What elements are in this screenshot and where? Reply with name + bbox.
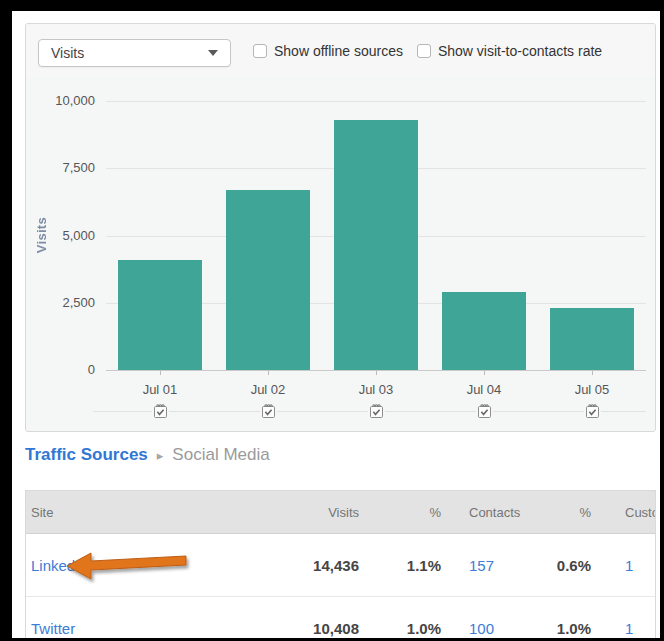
x-tick <box>160 371 161 375</box>
toolbar-checkboxes: Show offline sourcesShow visit-to-contac… <box>253 24 602 77</box>
gridline-10000 <box>106 101 646 102</box>
table-cell: 100 <box>469 597 494 638</box>
x-label-jul-02: Jul 02 <box>223 382 313 397</box>
breadcrumb-separator-icon: ▸ <box>157 448 164 463</box>
table-row-linkedin: LinkedIn14,4361.1%1570.6%1 <box>26 534 655 597</box>
visits-value: 14,436 <box>313 557 359 574</box>
table-header-row: SiteVisits%Contacts%Customers <box>26 491 655 534</box>
site-link-twitter[interactable]: Twitter <box>31 620 75 637</box>
screenshot-frame: Visits Show offline sourcesShow visit-to… <box>0 0 664 641</box>
x-label-jul-04: Jul 04 <box>439 382 529 397</box>
table-cell: 157 <box>469 534 494 596</box>
column-header-visits: Visits <box>328 491 359 533</box>
table-cell: 1 <box>619 534 633 596</box>
column-header-site: Site <box>31 491 53 533</box>
metric-dropdown-value: Visits <box>51 45 208 61</box>
checkbox-show-visit-to-contacts-rate[interactable]: Show visit-to-contacts rate <box>417 43 602 59</box>
x-label-jul-03: Jul 03 <box>331 382 421 397</box>
checkbox-box[interactable] <box>253 44 267 58</box>
table-cell: 14,436 <box>313 534 359 596</box>
column-header-contacts: Contacts <box>469 491 520 533</box>
x-tick <box>268 371 269 375</box>
bar-jul-01[interactable] <box>118 260 202 370</box>
contacts-pct-value: 0.6% <box>557 557 591 574</box>
x-tick <box>484 371 485 375</box>
visits-bar-chart: Visits 02,5005,0007,50010,000Jul 01 Jul … <box>26 77 656 432</box>
table-cell: 1.0% <box>557 597 591 638</box>
column-header-customers: Customers <box>619 491 656 533</box>
visits-pct-value: 1.0% <box>407 620 441 637</box>
table-cell: Twitter <box>31 597 75 638</box>
checkbox-label: Show offline sources <box>274 43 403 59</box>
breadcrumb-traffic-sources-link[interactable]: Traffic Sources <box>25 445 148 465</box>
table-cell: LinkedIn <box>31 534 88 596</box>
breadcrumb-current-page: Social Media <box>172 445 269 465</box>
table-cell: 1.0% <box>407 597 441 638</box>
x-tick <box>592 371 593 375</box>
column-header-: % <box>579 491 591 533</box>
table-cell: 1.1% <box>407 534 441 596</box>
table-cell: 10,408 <box>313 597 359 638</box>
traffic-sources-table: SiteVisits%Contacts%Customers LinkedIn14… <box>25 490 656 638</box>
x-label-jul-01: Jul 01 <box>115 382 205 397</box>
checkbox-box[interactable] <box>417 44 431 58</box>
y-tick-label: 10,000 <box>26 93 95 109</box>
site-link-linkedin[interactable]: LinkedIn <box>31 557 88 574</box>
column-header-: % <box>429 491 441 533</box>
bar-jul-05[interactable] <box>550 308 634 370</box>
contacts-link[interactable]: 100 <box>469 620 494 637</box>
chart-toolbar: Visits Show offline sourcesShow visit-to… <box>26 24 655 78</box>
table-cell: 1 <box>619 597 633 638</box>
y-tick-label: 2,500 <box>26 295 95 311</box>
table-row-twitter: Twitter10,4081.0%1001.0%1 <box>26 597 655 638</box>
calendar-check-icon-jul-04[interactable] <box>476 403 493 420</box>
calendar-check-icon-jul-05[interactable] <box>584 403 601 420</box>
x-label-jul-05: Jul 05 <box>547 382 637 397</box>
bar-jul-04[interactable] <box>442 292 526 370</box>
customers-link[interactable]: 1 <box>625 557 633 574</box>
calendar-check-icon-jul-03[interactable] <box>368 403 385 420</box>
y-tick-label: 0 <box>26 362 95 378</box>
chart-panel: Visits Show offline sourcesShow visit-to… <box>25 23 656 432</box>
contacts-pct-value: 1.0% <box>557 620 591 637</box>
calendar-check-icon-jul-02[interactable] <box>260 403 277 420</box>
metric-dropdown[interactable]: Visits <box>38 39 231 67</box>
bar-jul-03[interactable] <box>334 120 418 370</box>
y-tick-label: 7,500 <box>26 160 95 176</box>
calendar-check-icon-jul-01[interactable] <box>152 403 169 420</box>
breadcrumb: Traffic Sources ▸ Social Media <box>25 445 270 465</box>
y-tick-label: 5,000 <box>26 228 95 244</box>
visits-pct-value: 1.1% <box>407 557 441 574</box>
table-cell: 0.6% <box>557 534 591 596</box>
checkbox-label: Show visit-to-contacts rate <box>438 43 602 59</box>
table-body: LinkedIn14,4361.1%1570.6%1Twitter10,4081… <box>26 534 655 638</box>
checkbox-show-offline-sources[interactable]: Show offline sources <box>253 43 403 59</box>
x-tick <box>376 371 377 375</box>
page-content: Visits Show offline sourcesShow visit-to… <box>12 11 660 638</box>
visits-value: 10,408 <box>313 620 359 637</box>
bar-jul-02[interactable] <box>226 190 310 370</box>
chevron-down-icon <box>208 50 218 56</box>
customers-link[interactable]: 1 <box>625 620 633 637</box>
contacts-link[interactable]: 157 <box>469 557 494 574</box>
